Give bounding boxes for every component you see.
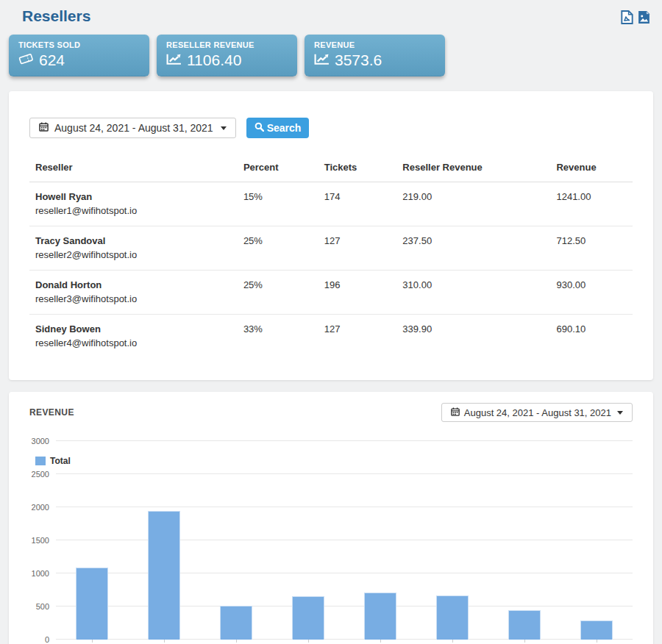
y-axis-tick-label: 2000 <box>32 503 49 512</box>
chart-bar-slot <box>416 441 488 640</box>
chart-plot: Total 050010001500200025003000 <box>56 441 633 640</box>
chart-bar[interactable] <box>364 593 396 640</box>
legend-label: Total <box>50 456 71 466</box>
reseller-cell: Howell Ryanreseller1@wifihotspot.io <box>29 182 238 226</box>
chart-panel-title: REVENUE <box>29 407 74 418</box>
stat-card-label: TICKETS SOLD <box>18 40 140 49</box>
reseller-cell: Donald Hortonreseller3@wifihotspot.io <box>29 271 238 315</box>
stat-card-value-row: 624 <box>18 51 140 69</box>
chart-bar[interactable] <box>436 595 469 640</box>
x-axis-category: 30. Aug <box>488 640 560 644</box>
y-axis-tick-label: 1500 <box>32 536 49 545</box>
reseller-email: reseller3@wifihotspot.io <box>35 293 232 304</box>
chart-bar[interactable] <box>76 568 108 640</box>
revenue-chart-panel: REVENUE August 24, 2021 - August 31, 202… <box>9 392 653 644</box>
y-axis-tick-label: 0 <box>45 635 49 644</box>
stat-card-value: 624 <box>39 51 65 69</box>
chart-bar-slot <box>56 441 128 640</box>
chart-bar-slot <box>560 441 633 640</box>
y-axis-tick-label: 1000 <box>32 569 49 578</box>
search-icon <box>255 122 264 134</box>
date-range-picker[interactable]: August 24, 2021 - August 31, 2021 <box>29 118 236 138</box>
table-row: Sidney Bowenreseller4@wifihotspot.io33%1… <box>29 315 633 359</box>
column-header-percent: Percent <box>238 154 318 182</box>
column-header-tickets: Tickets <box>318 154 397 182</box>
chart-bar-slot <box>200 441 272 640</box>
resellers-table: Reseller Percent Tickets Reseller Revenu… <box>29 154 633 358</box>
chart-bar[interactable] <box>292 596 324 640</box>
tickets-cell: 174 <box>318 182 397 226</box>
export-pdf-icon[interactable] <box>621 10 633 24</box>
reseller-cell: Sidney Bowenreseller4@wifihotspot.io <box>29 315 238 359</box>
tickets-cell: 196 <box>318 271 397 315</box>
stat-card-label: REVENUE <box>314 40 435 49</box>
x-axis-tick <box>164 640 165 643</box>
table-row: Tracy Sandovalreseller2@wifihotspot.io25… <box>29 226 633 271</box>
search-button[interactable]: Search <box>246 118 310 138</box>
page-title: Resellers <box>22 7 90 25</box>
x-axis-tick <box>597 640 597 643</box>
x-axis-category: 29. Aug <box>416 640 488 644</box>
column-header-reseller-revenue: Reseller Revenue <box>396 154 550 182</box>
stat-card-tickets-sold: TICKETS SOLD 624 <box>9 35 149 76</box>
chart-bar-slot <box>128 441 200 640</box>
reseller-revenue-cell: 237.50 <box>396 226 550 271</box>
calendar-icon <box>39 122 49 134</box>
x-axis-category: 26. Aug <box>200 640 272 644</box>
reseller-name: Tracy Sandoval <box>35 235 232 246</box>
x-axis-tick <box>524 640 525 643</box>
y-axis-tick-label: 3000 <box>32 437 49 446</box>
chart-bar[interactable] <box>148 511 180 640</box>
chart-bar-slot <box>488 441 560 640</box>
filter-row: August 24, 2021 - August 31, 2021 Search <box>29 118 633 138</box>
export-image-icon[interactable] <box>638 10 650 24</box>
chart-legend-item[interactable]: Total <box>35 456 71 466</box>
reseller-revenue-cell: 219.00 <box>396 182 550 226</box>
table-header-row: Reseller Percent Tickets Reseller Revenu… <box>29 154 633 182</box>
table-row: Donald Hortonreseller3@wifihotspot.io25%… <box>29 271 633 315</box>
caret-down-icon <box>221 126 227 130</box>
date-range-value: August 24, 2021 - August 31, 2021 <box>54 122 213 134</box>
reseller-email: reseller4@wifihotspot.io <box>35 337 232 348</box>
reseller-cell: Tracy Sandovalreseller2@wifihotspot.io <box>29 226 238 271</box>
table-row: Howell Ryanreseller1@wifihotspot.io15%17… <box>29 182 633 226</box>
percent-cell: 33% <box>238 315 318 359</box>
calendar-icon <box>451 407 460 418</box>
revenue-cell: 1241.00 <box>550 182 633 226</box>
x-axis-category: 24. Aug <box>56 640 128 644</box>
chart-bar-slot <box>272 441 344 640</box>
stat-card-value: 1106.40 <box>187 51 241 69</box>
stat-card-value-row: 1106.40 <box>166 51 288 69</box>
stat-card-value: 3573.6 <box>335 51 382 69</box>
chart-line-icon <box>314 51 330 69</box>
stat-card-reseller-revenue: RESELLER REVENUE 1106.40 <box>157 35 297 76</box>
resellers-table-body: Howell Ryanreseller1@wifihotspot.io15%17… <box>29 182 633 359</box>
chart-bar[interactable] <box>508 610 541 640</box>
stat-card-value-row: 3573.6 <box>314 51 435 69</box>
reseller-revenue-cell: 310.00 <box>396 271 550 315</box>
x-axis-tick <box>380 640 381 643</box>
x-axis-category: 25. Aug <box>128 640 200 644</box>
revenue-cell: 712.50 <box>550 226 633 271</box>
stat-card-label: RESELLER REVENUE <box>166 40 288 49</box>
revenue-cell: 690.10 <box>550 315 633 359</box>
x-axis-category: 28. Aug <box>344 640 416 644</box>
y-axis-tick-label: 2500 <box>32 470 49 479</box>
reseller-revenue-cell: 339.90 <box>396 315 550 359</box>
chart-header: REVENUE August 24, 2021 - August 31, 202… <box>29 403 633 422</box>
tickets-cell: 127 <box>318 226 397 271</box>
x-axis-tick <box>308 640 309 643</box>
export-actions <box>621 10 650 24</box>
chart-bar[interactable] <box>220 606 252 640</box>
chart-bar[interactable] <box>580 620 613 640</box>
reseller-email: reseller2@wifihotspot.io <box>35 249 232 260</box>
percent-cell: 25% <box>238 271 318 315</box>
reseller-name: Donald Horton <box>35 279 232 290</box>
ticket-icon <box>18 51 34 69</box>
column-header-reseller: Reseller <box>29 154 238 182</box>
percent-cell: 25% <box>238 226 318 271</box>
x-axis-tick <box>452 640 453 643</box>
stat-card-revenue: REVENUE 3573.6 <box>305 35 445 76</box>
reseller-name: Sidney Bowen <box>35 323 232 334</box>
chart-date-range-picker[interactable]: August 24, 2021 - August 31, 2021 <box>441 403 633 422</box>
